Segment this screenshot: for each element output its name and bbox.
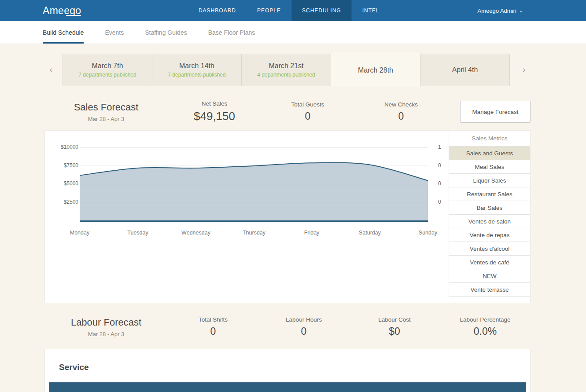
user-menu-label: Ameego Admin — [478, 7, 516, 14]
prev-week-button[interactable]: ‹ — [50, 65, 52, 74]
metric-item-ventes-de-salon[interactable]: Ventes de salon — [449, 215, 530, 228]
chevron-down-icon: ⌄ — [519, 8, 523, 14]
labour-hours-label: Labour Hours — [258, 316, 349, 323]
manage-forecast-button[interactable]: Manage Forecast — [460, 101, 531, 123]
sales-chart: $10000 $7500 $5000 $2500 1 0 0 0 Monday … — [45, 131, 449, 303]
metric-item-liquor-sales[interactable]: Liquor Sales — [449, 174, 530, 187]
total-guests-stat: Total Guests 0 — [261, 101, 354, 122]
top-navigation: Ameego DASHBOARD PEOPLE SCHEDULING INTEL… — [0, 0, 586, 21]
net-sales-value: $49,150 — [168, 110, 261, 123]
week-tab-march-14[interactable]: March 14th 7 departments published — [152, 54, 242, 86]
service-section-title: Service — [59, 363, 516, 372]
y-axis-tick: $10000 — [51, 144, 78, 150]
labour-forecast-title: Labour Forecast — [44, 317, 168, 328]
nav-item-intel[interactable]: INTEL — [352, 0, 390, 21]
sales-metrics-panel: Sales Metrics Sales and Guests Meal Sale… — [449, 131, 530, 297]
labour-percentage-label: Labour Percentage — [440, 316, 531, 323]
metric-item-bar-sales[interactable]: Bar Sales — [449, 201, 530, 215]
subnav-item-build-schedule[interactable]: Build Schedule — [43, 21, 84, 44]
week-tab-title: March 21st — [269, 62, 303, 70]
user-menu[interactable]: Ameego Admin ⌄ — [478, 7, 523, 14]
x-axis-label: Wednesday — [181, 230, 210, 236]
x-axis-label: Friday — [304, 230, 320, 236]
sales-area-series — [80, 163, 428, 221]
total-shifts-value: 0 — [168, 326, 258, 337]
department-header-bar — [49, 382, 526, 392]
week-tab-published-status: 7 departments published — [78, 72, 136, 78]
right-axis-tick: 0 — [438, 199, 441, 205]
total-shifts-label: Total Shifts — [168, 316, 258, 323]
x-axis-label: Tuesday — [127, 230, 148, 236]
ameego-logo: Ameego — [43, 5, 81, 17]
labour-forecast-header: Labour Forecast Mar 28 - Apr 3 — [44, 317, 168, 337]
x-axis-label: Thursday — [243, 230, 265, 236]
subnav-item-base-floor-plans[interactable]: Base Floor Plans — [208, 21, 255, 44]
metric-item-restaurant-sales[interactable]: Restaurant Sales — [449, 187, 530, 201]
total-shifts-stat: Total Shifts 0 — [168, 316, 258, 337]
metric-item-meal-sales[interactable]: Meal Sales — [449, 160, 530, 174]
metric-item-ventes-de-cafe[interactable]: Ventes de café — [449, 256, 530, 269]
subnav-item-events[interactable]: Events — [105, 21, 124, 44]
week-tab-march-21[interactable]: March 21st 4 departments published — [241, 54, 331, 86]
service-section: Service — [44, 349, 531, 392]
y-axis-tick: $7500 — [51, 162, 78, 169]
net-sales-stat: Net Sales $49,150 — [168, 100, 261, 123]
week-tab-title: March 14th — [179, 62, 214, 70]
x-axis-label: Monday — [70, 230, 89, 236]
sales-forecast-header: Sales Forecast Mar 28 - Apr 3 — [44, 102, 168, 122]
main-content: ‹ March 7th 7 departments published Marc… — [44, 53, 531, 392]
metric-item-new[interactable]: NEW — [449, 269, 530, 283]
sales-forecast-date-range: Mar 28 - Apr 3 — [44, 116, 168, 122]
labour-forecast-date-range: Mar 28 - Apr 3 — [44, 331, 168, 337]
metric-item-vente-terrasse[interactable]: Vente terrasse — [449, 283, 530, 297]
x-axis-label: Sunday — [419, 230, 437, 236]
sales-area-chart — [80, 144, 428, 227]
right-axis-tick: 0 — [438, 180, 441, 187]
sales-forecast-summary: Sales Forecast Mar 28 - Apr 3 Net Sales … — [44, 100, 531, 123]
metric-item-ventes-dalcool[interactable]: Ventes d'alcool — [449, 242, 530, 256]
labour-cost-stat: Labour Cost $0 — [349, 316, 440, 337]
metric-item-vente-de-repas[interactable]: Vente de repas — [449, 228, 530, 242]
week-tab-title: March 28th — [358, 66, 393, 74]
week-tab-title: April 4th — [452, 66, 478, 74]
total-guests-value: 0 — [261, 110, 354, 122]
sales-chart-card: $10000 $7500 $5000 $2500 1 0 0 0 Monday … — [44, 130, 531, 303]
subnav-item-staffing-guides[interactable]: Staffing Guides — [145, 21, 187, 44]
week-tab-published-status: 4 departments published — [257, 72, 315, 78]
new-checks-stat: New Checks 0 — [354, 101, 448, 122]
x-axis-label: Saturday — [359, 230, 381, 236]
primary-nav: DASHBOARD PEOPLE SCHEDULING INTEL — [188, 0, 390, 21]
labour-cost-value: $0 — [349, 326, 440, 337]
new-checks-label: New Checks — [354, 101, 448, 108]
labour-hours-value: 0 — [258, 326, 349, 337]
sales-forecast-title: Sales Forecast — [44, 102, 168, 113]
labour-hours-stat: Labour Hours 0 — [258, 316, 349, 337]
right-axis-tick: 1 — [438, 144, 441, 150]
week-tab-bar: ‹ March 7th 7 departments published Marc… — [44, 53, 531, 87]
sales-metrics-header: Sales Metrics — [449, 131, 530, 147]
y-axis-tick: $2500 — [51, 199, 78, 205]
nav-item-dashboard[interactable]: DASHBOARD — [188, 0, 247, 21]
week-tab-published-status: 7 departments published — [168, 72, 225, 78]
right-axis-tick: 0 — [438, 162, 441, 169]
week-tab-march-7[interactable]: March 7th 7 departments published — [63, 54, 152, 86]
nav-item-scheduling[interactable]: SCHEDULING — [291, 0, 352, 21]
metric-item-sales-and-guests[interactable]: Sales and Guests — [449, 147, 530, 160]
labour-forecast-summary: Labour Forecast Mar 28 - Apr 3 Total Shi… — [44, 316, 531, 337]
week-tab-april-4[interactable]: April 4th — [420, 54, 510, 86]
labour-cost-label: Labour Cost — [349, 316, 440, 323]
scheduling-subnav: Build Schedule Events Staffing Guides Ba… — [0, 21, 586, 44]
total-guests-label: Total Guests — [261, 101, 354, 108]
week-tab-march-28[interactable]: March 28th — [331, 53, 420, 87]
labour-percentage-stat: Labour Percentage 0.0% — [440, 316, 531, 337]
week-tab-title: March 7th — [92, 62, 123, 70]
y-axis-tick: $5000 — [51, 180, 78, 187]
next-week-button[interactable]: › — [523, 65, 525, 74]
net-sales-label: Net Sales — [168, 100, 261, 107]
labour-percentage-value: 0.0% — [440, 326, 531, 337]
new-checks-value: 0 — [354, 110, 448, 122]
nav-item-people[interactable]: PEOPLE — [247, 0, 291, 21]
